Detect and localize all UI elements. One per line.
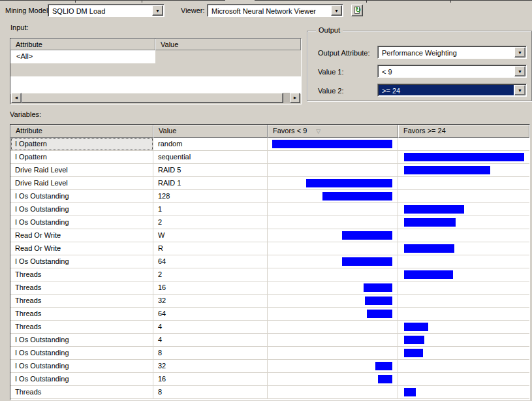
table-row[interactable]: Threads64 (10, 308, 529, 321)
horizontal-scrollbar[interactable]: ◄ ► (11, 93, 300, 103)
table-row[interactable]: Read Or WriteW (10, 229, 529, 242)
chevron-down-icon[interactable]: ▼ (152, 5, 163, 16)
favors-lt-cell (268, 321, 398, 334)
table-row[interactable]: I Os Outstanding64 (10, 255, 529, 268)
attribute-cell[interactable]: Drive Raid Level (10, 177, 153, 190)
table-row[interactable]: Threads32 (10, 295, 529, 308)
attribute-cell[interactable]: Threads (10, 308, 153, 321)
attribute-cell[interactable]: I Opattern (10, 138, 153, 151)
favors-ge-cell (398, 216, 529, 229)
column-header-favors-lt[interactable]: Favors < 9▽ (268, 125, 398, 138)
chevron-down-icon[interactable]: ▼ (514, 85, 525, 95)
table-row[interactable]: I Os Outstanding8 (10, 347, 529, 360)
attribute-cell[interactable]: I Opattern (10, 151, 153, 164)
attribute-cell[interactable]: Threads (10, 268, 153, 281)
output-attribute-select[interactable]: Performance Weighting ▼ (377, 46, 527, 59)
favor-bar (404, 218, 456, 227)
refresh-button[interactable]: ↻ (351, 5, 363, 16)
value-cell[interactable]: RAID 5 (153, 164, 268, 177)
mining-model-select[interactable]: SQLIO DM Load ▼ (48, 4, 164, 17)
favors-ge-cell (398, 373, 529, 386)
table-row[interactable]: I Os Outstanding1 (10, 203, 529, 216)
scrollbar-thumb[interactable] (22, 93, 283, 103)
value-cell[interactable]: 128 (153, 190, 268, 203)
favor-bar (404, 336, 424, 344)
attribute-cell[interactable]: I Os Outstanding (10, 347, 153, 360)
favor-bar (375, 362, 392, 370)
attribute-cell[interactable]: Threads (10, 321, 153, 334)
table-row[interactable]: I Opatternsequential (10, 151, 529, 164)
value1-select[interactable]: < 9 ▼ (377, 65, 527, 78)
favor-bar (378, 375, 392, 383)
attribute-cell[interactable]: I Os Outstanding (10, 373, 153, 386)
attribute-cell[interactable]: I Os Outstanding (10, 190, 153, 203)
table-row[interactable]: I Opatternrandom (10, 138, 529, 151)
column-header-value[interactable]: Value (153, 125, 268, 138)
attribute-cell[interactable]: I Os Outstanding (10, 360, 153, 373)
value-cell[interactable]: random (153, 138, 268, 151)
value-cell[interactable]: 64 (153, 255, 268, 268)
sort-descending-icon: ▽ (316, 128, 321, 135)
table-row[interactable]: Threads8 (10, 386, 529, 399)
value-cell[interactable]: sequential (153, 151, 268, 164)
favor-bar (404, 349, 423, 357)
attribute-cell[interactable]: I Os Outstanding (10, 203, 153, 216)
table-row[interactable]: I Os Outstanding2 (10, 216, 529, 229)
column-header-favors-ge[interactable]: Favors >= 24 (398, 125, 529, 138)
viewer-select[interactable]: Microsoft Neural Network Viewer ▼ (207, 4, 343, 17)
value-cell[interactable]: 16 (153, 373, 268, 386)
attribute-cell[interactable]: Threads (10, 295, 153, 308)
input-all-cell[interactable]: <All> (10, 50, 155, 63)
chevron-down-icon[interactable]: ▼ (514, 66, 525, 76)
value-cell[interactable]: 4 (153, 321, 268, 334)
value-cell[interactable]: 32 (153, 295, 268, 308)
chevron-down-icon[interactable]: ▼ (331, 5, 342, 16)
attribute-cell[interactable]: Threads (10, 386, 153, 399)
value-cell[interactable]: R (153, 242, 268, 255)
attribute-cell[interactable]: I Os Outstanding (10, 255, 153, 268)
table-row[interactable]: Threads4 (10, 321, 529, 334)
value-cell[interactable]: 16 (153, 281, 268, 295)
table-row[interactable]: I Os Outstanding32 (10, 360, 529, 373)
attribute-cell[interactable]: Threads (10, 281, 153, 295)
attribute-cell[interactable]: Drive Raid Level (10, 164, 153, 177)
value-cell[interactable]: 4 (153, 334, 268, 347)
value-cell[interactable]: 2 (153, 216, 268, 229)
value-cell[interactable]: 64 (153, 308, 268, 321)
table-row[interactable]: I Os Outstanding4 (10, 334, 529, 347)
table-row[interactable]: Drive Raid LevelRAID 1 (10, 177, 529, 190)
table-row[interactable]: Drive Raid LevelRAID 5 (10, 164, 529, 177)
attribute-cell[interactable]: Read Or Write (10, 229, 153, 242)
value2-value: >= 24 (379, 85, 514, 95)
value-cell[interactable]: 8 (153, 386, 268, 399)
scroll-left-icon[interactable]: ◄ (11, 93, 22, 103)
viewer-value: Microsoft Neural Network Viewer (208, 5, 330, 16)
value-cell[interactable]: 32 (153, 360, 268, 373)
favors-ge-cell (398, 177, 529, 190)
table-row[interactable]: Threads2 (10, 268, 529, 281)
scrollbar-track[interactable] (283, 93, 290, 103)
chevron-down-icon[interactable]: ▼ (514, 47, 525, 57)
attribute-cell[interactable]: Read Or Write (10, 242, 153, 255)
input-column-value: Value (155, 39, 301, 50)
table-row[interactable]: I Os Outstanding16 (10, 373, 529, 386)
favor-bar (306, 179, 392, 187)
favor-bar (322, 192, 392, 200)
value-cell[interactable]: 2 (153, 268, 268, 281)
favors-lt-cell (268, 138, 398, 151)
variables-grid: Attribute Value Favors < 9▽ Favors >= 24… (10, 124, 530, 400)
attribute-cell[interactable]: I Os Outstanding (10, 216, 153, 229)
value-cell[interactable]: 8 (153, 347, 268, 360)
table-row[interactable]: Read Or WriteR (10, 242, 529, 255)
favors-ge-cell (398, 242, 529, 255)
value-cell[interactable]: RAID 1 (153, 177, 268, 190)
scroll-right-icon[interactable]: ► (290, 93, 300, 103)
value-cell[interactable]: 1 (153, 203, 268, 216)
attribute-cell[interactable]: I Os Outstanding (10, 334, 153, 347)
value2-select[interactable]: >= 24 ▼ (377, 84, 527, 97)
table-row[interactable]: I Os Outstanding128 (10, 190, 529, 203)
column-header-attribute[interactable]: Attribute (10, 125, 153, 138)
table-row[interactable]: <All> (10, 50, 301, 63)
value-cell[interactable]: W (153, 229, 268, 242)
table-row[interactable]: Threads16 (10, 281, 529, 295)
